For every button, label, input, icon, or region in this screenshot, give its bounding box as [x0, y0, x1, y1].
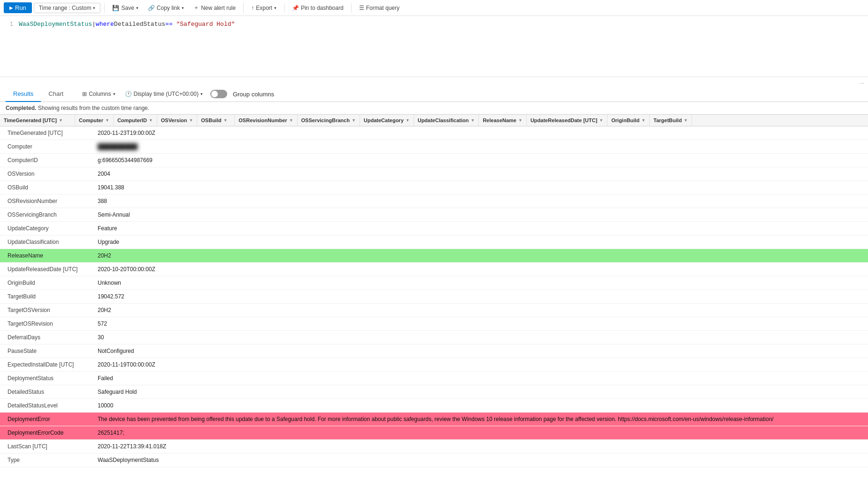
query-value: "Safeguard Hold"	[177, 21, 235, 28]
table-row: TargetBuild19042.572	[0, 290, 868, 304]
column-headers: TimeGenerated [UTC] ▼ Computer ▼ Compute…	[0, 114, 868, 126]
col-header-osservicing[interactable]: OSServicingBranch ▼	[298, 115, 360, 126]
filter-icon-updateclass: ▼	[471, 118, 475, 123]
detail-label: UpdateClassification	[0, 237, 94, 247]
detail-label: DeploymentError	[0, 414, 94, 424]
filter-icon-osrevision: ▼	[289, 118, 293, 123]
query-editor[interactable]: 1 WaaSDeploymentStatus | where DetailedS…	[0, 16, 868, 77]
filter-icon-updatecat: ▼	[406, 118, 410, 123]
display-time-label: Display time (UTC+00:00)	[134, 91, 199, 97]
table-row: TimeGenerated [UTC]2020-11-23T19:00:00Z	[0, 126, 868, 140]
table-row: OSRevisionNumber388	[0, 195, 868, 208]
run-label: Run	[15, 4, 26, 11]
col-header-updateclass[interactable]: UpdateClassification ▼	[414, 115, 479, 126]
tab-results-label: Results	[13, 90, 33, 97]
table-row: DeferralDays30	[0, 331, 868, 344]
filter-icon-osbuild: ▼	[223, 118, 228, 123]
table-row: ReleaseName20H2	[0, 249, 868, 263]
table-row: PauseStateNotConfigured	[0, 344, 868, 358]
copy-link-button[interactable]: 🔗 Copy link ▾	[144, 3, 188, 13]
table-row: OSServicingBranchSemi-Annual	[0, 208, 868, 222]
detail-value: 2020-11-23T19:00:00Z	[94, 128, 868, 138]
filter-icon-computer: ▼	[105, 118, 109, 123]
detail-value: 572	[94, 319, 868, 328]
col-header-targetbuild[interactable]: TargetBuild ▼	[650, 115, 692, 126]
run-button[interactable]: ▶ Run	[4, 2, 32, 13]
hint-text: ...	[860, 79, 864, 85]
status-completed: Completed.	[6, 105, 36, 111]
toggle-knob	[211, 91, 218, 97]
detail-value: ██████████	[94, 142, 868, 151]
time-range-button[interactable]: Time range : Custom ▾	[34, 3, 101, 13]
tabs-bar: Results Chart ⊞ Columns ▾ 🕐 Display time…	[0, 86, 868, 102]
detail-value: 20H2	[94, 305, 868, 315]
clock-icon: 🕐	[125, 91, 132, 97]
col-header-timegen[interactable]: TimeGenerated [UTC] ▼	[0, 115, 75, 126]
detail-label: TimeGenerated [UTC]	[0, 128, 94, 138]
detail-label: PauseState	[0, 346, 94, 356]
chevron-down-icon: ▾	[93, 6, 95, 10]
save-button[interactable]: 💾 Save ▾	[108, 3, 142, 13]
tab-chart-label: Chart	[48, 90, 63, 97]
table-row: TargetOSRevision572	[0, 317, 868, 331]
col-updatedate-label: UpdateReleasedDate [UTC]	[530, 117, 597, 123]
detail-label: OSBuild	[0, 183, 94, 192]
detail-label: TargetOSVersion	[0, 305, 94, 315]
copy-link-icon: 🔗	[148, 5, 155, 11]
table-row: OSBuild19041.388	[0, 181, 868, 195]
filter-icon-computerid: ▼	[149, 118, 153, 123]
filter-icon-targetbuild: ▼	[684, 118, 688, 123]
pin-to-dashboard-label: Pin to dashboard	[301, 5, 344, 11]
detail-value: 2004	[94, 169, 868, 179]
new-alert-rule-label: New alert rule	[201, 5, 236, 11]
columns-icon: ⊞	[82, 91, 87, 97]
detail-label: TargetOSRevision	[0, 319, 94, 328]
export-chevron-icon: ▾	[274, 6, 277, 10]
detail-label: DeploymentErrorCode	[0, 428, 94, 437]
detail-value: 10000	[94, 401, 868, 410]
export-button[interactable]: ↑ Export ▾	[247, 3, 280, 13]
display-time-chevron-icon: ▾	[200, 92, 203, 96]
format-query-button[interactable]: ☰ Format query	[355, 3, 403, 13]
copy-link-chevron-icon: ▾	[182, 6, 184, 10]
table-row: TargetOSVersion20H2	[0, 304, 868, 317]
col-header-computer[interactable]: Computer ▼	[75, 115, 114, 126]
col-header-originbuild[interactable]: OriginBuild ▼	[607, 115, 650, 126]
play-icon: ▶	[9, 5, 13, 10]
tab-controls: ⊞ Columns ▾ 🕐 Display time (UTC+00:00) ▾…	[80, 89, 862, 99]
detail-label: DetailedStatus	[0, 387, 94, 397]
tab-chart[interactable]: Chart	[41, 86, 71, 102]
detail-value: 19041.388	[94, 183, 868, 192]
col-header-osversion[interactable]: OSVersion ▼	[157, 115, 198, 126]
col-updateclass-label: UpdateClassification	[418, 117, 469, 123]
col-header-updatecat[interactable]: UpdateCategory ▼	[360, 115, 414, 126]
detail-label: TargetBuild	[0, 292, 94, 301]
table-row: LastScan [UTC]2020-11-22T13:39:41.018Z	[0, 440, 868, 453]
toolbar: ▶ Run Time range : Custom ▾ 💾 Save ▾ 🔗 C…	[0, 0, 868, 16]
detail-value: Safeguard Hold	[94, 387, 868, 397]
col-header-releasename[interactable]: ReleaseName ▼	[479, 115, 526, 126]
col-header-osbuild[interactable]: OSBuild ▼	[197, 115, 235, 126]
time-range-label: Time range : Custom	[39, 5, 92, 11]
detail-value: 2020-10-20T00:00:00Z	[94, 265, 868, 274]
col-computer-label: Computer	[79, 117, 103, 123]
new-alert-rule-button[interactable]: ＋ New alert rule	[190, 2, 239, 14]
display-time-button[interactable]: 🕐 Display time (UTC+00:00) ▾	[123, 89, 205, 99]
detail-value: 20H2	[94, 251, 868, 260]
col-header-updatedate[interactable]: UpdateReleasedDate [UTC] ▼	[527, 115, 607, 126]
col-header-osrevision[interactable]: OSRevisionNumber ▼	[235, 115, 297, 126]
col-updatecat-label: UpdateCategory	[364, 117, 404, 123]
save-chevron-icon: ▾	[136, 6, 138, 10]
detail-label: ComputerID	[0, 156, 94, 165]
pin-to-dashboard-button[interactable]: 📌 Pin to dashboard	[288, 3, 347, 13]
detail-label: ReleaseName	[0, 251, 94, 260]
table-row: DetailedStatusSafeguard Hold	[0, 385, 868, 399]
col-header-computerid[interactable]: ComputerID ▼	[114, 115, 157, 126]
columns-button[interactable]: ⊞ Columns ▾	[80, 89, 117, 99]
table-row: UpdateClassificationUpgrade	[0, 235, 868, 249]
tab-results[interactable]: Results	[6, 86, 41, 102]
group-columns-toggle[interactable]	[210, 90, 227, 98]
format-query-label: Format query	[366, 5, 399, 11]
col-osrevision-label: OSRevisionNumber	[238, 117, 287, 123]
table-row: OriginBuildUnknown	[0, 276, 868, 290]
